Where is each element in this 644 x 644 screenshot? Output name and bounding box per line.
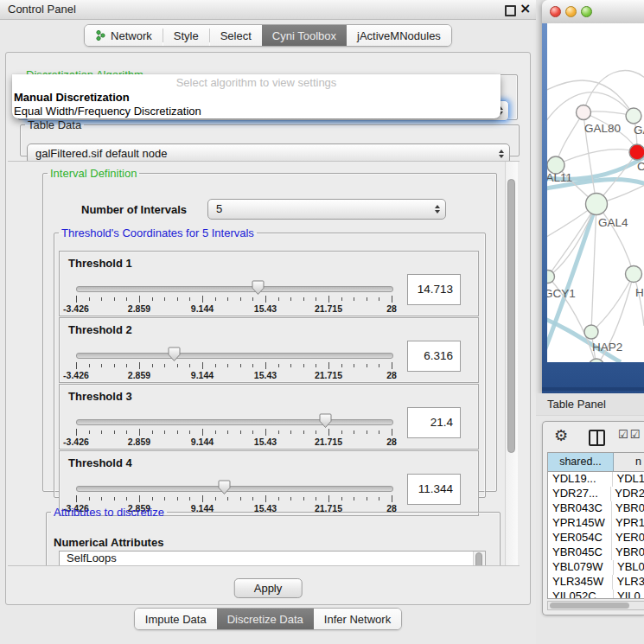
zoom-traffic-light-icon[interactable]: [581, 6, 592, 17]
number-of-intervals-combobox[interactable]: 5: [207, 199, 446, 220]
table-row[interactable]: YBR045CYBR0: [548, 545, 644, 560]
cell-shared-name: YIL052C: [548, 590, 614, 599]
slider-tick: [341, 297, 342, 301]
network-canvas[interactable]: GAL80GACGAL11GAL4GCY1HHAP2: [547, 23, 644, 362]
slider-tick: [89, 364, 90, 367]
apply-button[interactable]: Apply: [234, 578, 303, 598]
slider-tick: [101, 430, 102, 434]
slider-tick-label: 15.43: [254, 370, 277, 380]
network-node-gal80[interactable]: [577, 105, 591, 120]
network-window-frame: GAL80GACGAL11GAL4GCY1HHAP2: [542, 23, 644, 393]
threshold-slider-thumb[interactable]: [252, 280, 265, 296]
threshold-slider-track[interactable]: [76, 353, 393, 359]
table-row[interactable]: YPR145WYPR1: [548, 516, 644, 531]
network-node-ga[interactable]: [626, 108, 641, 124]
table-row[interactable]: YBR043CYBR0: [548, 501, 644, 516]
network-node-c[interactable]: [629, 144, 644, 160]
threshold-slider-track[interactable]: [76, 419, 393, 425]
threshold-slider-thumb[interactable]: [168, 347, 181, 362]
slider-tick: [76, 362, 77, 369]
network-node-gal4[interactable]: [586, 194, 608, 215]
attribute-list-item[interactable]: TopologicalCoefficient: [60, 565, 485, 567]
network-node-label: HAP2: [592, 341, 622, 354]
close-traffic-light-icon[interactable]: [550, 6, 561, 17]
attributes-group-label: Attributes to discretize: [51, 506, 167, 519]
close-icon[interactable]: ×: [520, 0, 531, 16]
network-node[interactable]: [589, 359, 604, 362]
node-table: shared... n YDL19...YDL1YDR27...YDR2YBR0…: [547, 452, 644, 599]
minimize-traffic-light-icon[interactable]: [565, 6, 577, 17]
control-panel-window: Control Panel × NetworkStyleSelectCyni T…: [0, 0, 536, 644]
slider-tick: [139, 296, 140, 303]
cell-shared-name: YBL079W: [548, 560, 614, 575]
thresholds-coordinates-group: Threshold's Coordinates for 5 Intervals …: [54, 226, 486, 498]
slider-tick: [227, 497, 228, 501]
cell-shared-name: YBR043C: [548, 501, 612, 516]
top-tab-cyni-toolbox[interactable]: Cyni Toolbox: [262, 25, 347, 46]
table-row[interactable]: YIL052CYIL0: [548, 590, 644, 599]
top-tab-style[interactable]: Style: [163, 25, 209, 46]
slider-tick: [227, 297, 228, 301]
threshold-slider-thumb[interactable]: [218, 480, 231, 495]
slider-tick-label: 2.859: [128, 303, 150, 314]
network-node-gcy1[interactable]: [547, 271, 555, 284]
slider-tick: [76, 495, 77, 502]
top-tab-jactivemnodules[interactable]: jActiveMNodules: [347, 25, 451, 46]
columns-icon[interactable]: [589, 430, 605, 446]
threshold-slider-thumb[interactable]: [319, 413, 332, 429]
cyni-toolbox-panel: Discretization Algorithm Table Data galF…: [5, 52, 531, 605]
thresholds-coordinates-label: Threshold's Coordinates for 5 Intervals: [59, 226, 257, 239]
top-tab-network[interactable]: Network: [85, 25, 163, 46]
column-header-name[interactable]: n: [614, 453, 644, 471]
network-icon: [95, 29, 106, 41]
table-row[interactable]: YDL19...YDL1: [548, 472, 644, 487]
slider-tick: [316, 297, 316, 301]
table-row[interactable]: YLR345WYLR3: [548, 575, 644, 590]
attributes-list-scrollbar[interactable]: [473, 552, 485, 566]
slider-tick-label: 2.859: [128, 437, 150, 447]
bottom-tab-discretize-data[interactable]: Discretize Data: [217, 609, 314, 629]
tab-label: Infer Network: [324, 613, 391, 626]
column-header-shared-name[interactable]: shared...: [548, 453, 614, 471]
slider-tick: [177, 430, 178, 434]
network-node-hap2[interactable]: [584, 325, 598, 339]
threshold-value-field[interactable]: 14.713: [407, 274, 461, 305]
algorithm-option[interactable]: Equal Width/Frequency Discretization: [12, 105, 501, 118]
settings-scrollbar[interactable]: [505, 162, 518, 565]
float-window-icon[interactable]: [505, 5, 516, 16]
table-row[interactable]: YDR27...YDR2: [548, 487, 644, 501]
table-header-row: shared... n: [548, 453, 644, 472]
top-tab-select[interactable]: Select: [210, 25, 262, 46]
slider-tick: [341, 430, 342, 434]
slider-tick-label: 2.859: [128, 370, 150, 380]
slider-tick: [114, 297, 115, 301]
table-body: YDL19...YDL1YDR27...YDR2YBR043CYBR0YPR14…: [548, 472, 644, 599]
threshold-value-field[interactable]: 6.316: [407, 341, 461, 372]
threshold-slider-track[interactable]: [76, 286, 393, 292]
slider-tick: [202, 495, 203, 502]
slider-tick: [189, 297, 190, 301]
threshold-slider-track[interactable]: [76, 486, 393, 492]
numerical-attributes-list[interactable]: SelfLoopsTopologicalCoefficientBetweenne…: [59, 551, 486, 566]
table-hscrollbar[interactable]: [547, 601, 644, 610]
network-node-label: C: [637, 160, 644, 173]
cell-name: YBR0: [612, 545, 644, 560]
checkbox-icons[interactable]: ☑☑: [618, 428, 641, 441]
slider-tick: [290, 497, 291, 501]
gear-icon[interactable]: ⚙: [554, 426, 568, 444]
threshold-value-field[interactable]: 11.344: [407, 474, 461, 505]
settings-scroll-area: Interval Definition Number of Intervals …: [8, 161, 520, 566]
table-row[interactable]: YBL079WYBL0: [548, 560, 644, 575]
slider-tick: [177, 497, 178, 501]
threshold-label: Threshold 1: [68, 257, 132, 270]
interval-definition-group: Interval Definition Number of Intervals …: [42, 167, 497, 492]
attribute-list-item[interactable]: SelfLoops: [60, 552, 485, 565]
table-row[interactable]: YER054CYER0: [548, 531, 644, 545]
slider-tick: [101, 497, 102, 501]
threshold-value-field[interactable]: 21.4: [407, 407, 461, 438]
slider-tick: [114, 430, 115, 434]
bottom-tab-impute-data[interactable]: Impute Data: [135, 609, 217, 629]
bottom-tab-infer-network[interactable]: Infer Network: [314, 609, 401, 629]
algorithm-option[interactable]: Manual Discretization: [12, 91, 501, 105]
network-node-h[interactable]: [626, 266, 642, 283]
